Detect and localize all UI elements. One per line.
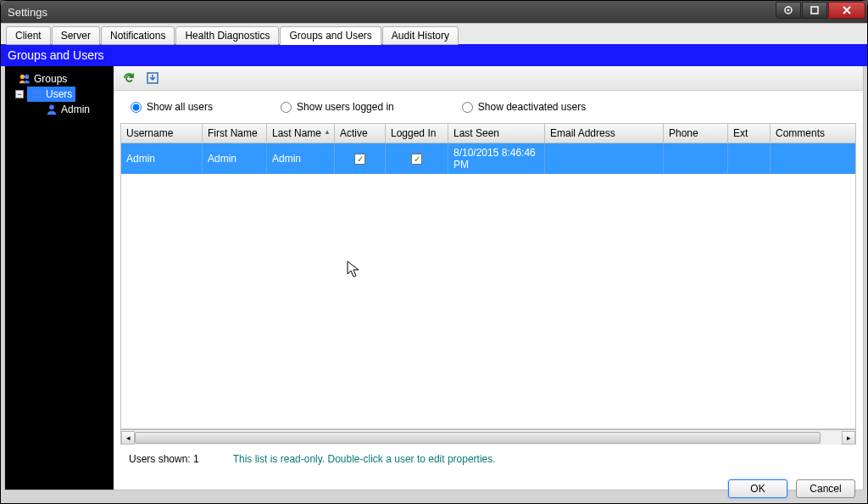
maximize-button[interactable] [802, 2, 827, 19]
radio-show-deactivated-label: Show deactivated users [478, 101, 586, 113]
checkbox-checked-icon: ✓ [411, 154, 422, 165]
radio-show-logged-in-input[interactable] [281, 102, 292, 113]
group-icon [19, 73, 31, 85]
tab-health-diagnostics[interactable]: Health Diagnostics [175, 26, 279, 45]
tab-client[interactable]: Client [6, 26, 51, 45]
svg-point-1 [787, 9, 790, 12]
col-logged-in[interactable]: Logged In [386, 124, 448, 143]
cell-phone [664, 143, 728, 174]
filter-radios: Show all users Show users logged in Show… [114, 91, 863, 123]
tree-label-admin: Admin [61, 104, 90, 115]
cell-ext [728, 143, 771, 174]
svg-point-8 [36, 90, 41, 94]
horizontal-scrollbar[interactable]: ◂ ▸ [120, 429, 856, 445]
readonly-hint: This list is read-only. Double-click a u… [233, 453, 496, 465]
svg-rect-2 [811, 7, 818, 14]
cell-first-name: Admin [203, 143, 267, 174]
col-last-seen[interactable]: Last Seen [448, 124, 545, 143]
col-ext[interactable]: Ext [728, 124, 771, 143]
window-title: Settings [8, 6, 47, 19]
grid-body-empty [121, 174, 855, 428]
tree-sidebar: Groups − Users Admin [5, 66, 114, 490]
cell-last-seen: 8/10/2015 8:46:46 PM [448, 143, 545, 174]
radio-show-logged-in-label: Show users logged in [297, 101, 394, 113]
grid-header: Username First Name Last Name▲ Active Lo… [121, 124, 855, 143]
tab-groups-and-users[interactable]: Groups and Users [280, 26, 381, 45]
scroll-left-arrow[interactable]: ◂ [121, 431, 135, 445]
col-last-name[interactable]: Last Name▲ [267, 124, 335, 143]
main-tabs: Client Server Notifications Health Diagn… [1, 23, 867, 44]
scroll-track[interactable] [135, 431, 842, 445]
checkbox-checked-icon: ✓ [354, 154, 365, 165]
tab-audit-history[interactable]: Audit History [382, 26, 459, 45]
svg-point-5 [20, 75, 25, 79]
svg-point-7 [32, 90, 36, 94]
radio-show-deactivated[interactable]: Show deactivated users [462, 101, 586, 113]
status-area: Users shown: 1 This list is read-only. D… [114, 445, 863, 473]
cell-active: ✓ [335, 143, 386, 174]
close-button[interactable] [828, 2, 865, 19]
col-comments[interactable]: Comments [771, 124, 847, 143]
svg-point-6 [25, 75, 29, 79]
svg-point-9 [49, 105, 54, 110]
user-icon [46, 104, 58, 115]
tree-label-groups: Groups [34, 73, 67, 85]
minimize-button[interactable] [776, 2, 801, 19]
export-button[interactable] [144, 70, 161, 87]
cell-last-name: Admin [267, 143, 335, 174]
col-username[interactable]: Username [121, 124, 203, 143]
tree-item-users[interactable]: Users [27, 87, 75, 102]
tab-server[interactable]: Server [52, 26, 100, 45]
users-icon [31, 88, 42, 100]
sort-asc-icon: ▲ [324, 128, 331, 136]
radio-show-all[interactable]: Show all users [131, 101, 213, 113]
col-active[interactable]: Active [335, 124, 386, 143]
radio-show-all-label: Show all users [147, 101, 213, 113]
tree-item-groups[interactable]: Groups [15, 71, 70, 87]
refresh-icon [122, 71, 136, 85]
cell-logged-in: ✓ [386, 143, 448, 174]
tree-label-users: Users [46, 88, 72, 100]
dialog-footer: OK Cancel [728, 479, 855, 498]
table-row[interactable]: Admin Admin Admin ✓ ✓ 8/10/2015 8:46:46 … [121, 143, 855, 174]
radio-show-all-input[interactable] [131, 102, 142, 113]
refresh-button[interactable] [120, 70, 137, 87]
cancel-button[interactable]: Cancel [796, 479, 855, 498]
panel-header: Groups and Users [1, 44, 867, 66]
scroll-thumb[interactable] [135, 432, 821, 444]
radio-show-deactivated-input[interactable] [462, 102, 473, 113]
tree-expander[interactable]: − [15, 90, 24, 98]
users-shown-count: Users shown: 1 [129, 453, 199, 465]
toolbar [114, 66, 863, 91]
cell-comments [771, 143, 847, 174]
cell-username: Admin [121, 143, 203, 174]
radio-show-logged-in[interactable]: Show users logged in [281, 101, 394, 113]
scroll-right-arrow[interactable]: ▸ [842, 431, 855, 445]
col-phone[interactable]: Phone [664, 124, 728, 143]
settings-window: Settings Client Server Notifications Hea… [0, 0, 868, 504]
tab-notifications[interactable]: Notifications [101, 26, 175, 45]
cell-email [545, 143, 664, 174]
export-icon [146, 71, 159, 85]
col-email[interactable]: Email Address [545, 124, 664, 143]
tree-item-admin[interactable]: Admin [42, 102, 114, 117]
title-bar[interactable]: Settings [1, 1, 867, 23]
col-first-name[interactable]: First Name [203, 124, 267, 143]
ok-button[interactable]: OK [728, 479, 787, 498]
users-grid: Username First Name Last Name▲ Active Lo… [120, 123, 856, 429]
